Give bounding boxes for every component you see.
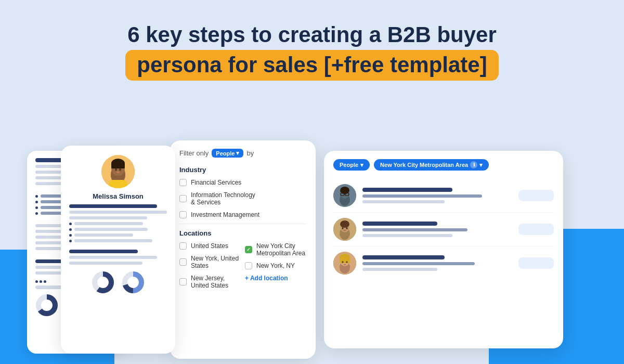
checkbox-it[interactable]	[179, 195, 187, 202]
label-ny-us: New York, United States	[191, 255, 241, 269]
checkbox-ny-us[interactable]	[179, 258, 187, 266]
skel-title	[362, 228, 467, 231]
connect-button-2[interactable]	[518, 224, 554, 235]
skel-title	[362, 194, 482, 198]
bullet-dot	[69, 228, 72, 231]
results-header: People ▾ New York City Metropolitan Area…	[333, 159, 554, 171]
result-lines-1	[362, 188, 512, 203]
result-lines-3	[362, 255, 512, 271]
avatar-1	[333, 184, 356, 207]
checkbox-nj-us[interactable]	[179, 278, 187, 285]
avatar-svg-1	[333, 184, 356, 207]
skel-line	[74, 233, 133, 237]
add-location-button[interactable]: + Add location	[245, 275, 306, 282]
avatar-svg-2	[333, 218, 356, 241]
skel-name	[362, 188, 452, 192]
checkbox-investment[interactable]	[179, 211, 187, 218]
profile-lines	[69, 204, 167, 265]
locations-section-title: Locations	[179, 229, 306, 237]
bullet	[35, 195, 38, 198]
title-line2: persona for sales [+free template]	[125, 50, 498, 80]
avatar-svg-3	[333, 252, 356, 275]
avatar-image	[101, 155, 135, 188]
skel-line	[74, 222, 143, 225]
filter-item-nyc-metro[interactable]: New York City Metropolitan Area	[245, 242, 306, 257]
svg-point-31	[346, 227, 348, 229]
label-us: United States	[191, 242, 228, 250]
cards-container: Melissa Simson	[0, 135, 624, 364]
filter-by-label: by	[246, 149, 254, 157]
skel-title	[362, 262, 475, 265]
filter-only-label: Filter only	[179, 149, 209, 157]
skel-company	[362, 268, 437, 271]
filter-item-it[interactable]: Information Technology& Services	[179, 191, 306, 206]
label-nj-us: New Jersey, United States	[191, 275, 241, 289]
bullet-row	[69, 233, 167, 237]
checkbox-financial[interactable]	[179, 179, 187, 186]
result-row-2	[333, 213, 554, 246]
industry-section-title: Industry	[179, 166, 306, 174]
label-investment: Investment Management	[191, 211, 259, 218]
label-ny-ny: New York, NY	[256, 262, 295, 269]
skel-name	[362, 255, 445, 259]
skel-line	[74, 228, 148, 231]
skel-line	[69, 250, 138, 253]
profile-chart-2	[122, 271, 145, 294]
profile-card: Melissa Simson	[61, 146, 175, 354]
badge-location[interactable]: New York City Metropolitan Area ℹ ▾	[374, 159, 489, 171]
svg-point-38	[342, 261, 344, 263]
title-section: 6 key steps to creating a B2B buyer pers…	[0, 0, 624, 81]
chart-donut-1	[35, 294, 58, 317]
bullet-row	[69, 239, 167, 242]
svg-rect-37	[340, 259, 350, 263]
filter-item-ny-ny[interactable]: New York, NY	[245, 262, 306, 269]
checkbox-nyc-metro[interactable]	[245, 246, 252, 253]
svg-point-32	[344, 230, 346, 231]
skel-line	[69, 204, 157, 208]
avatar	[101, 155, 135, 188]
svg-point-13	[116, 172, 120, 173]
avatar-3	[333, 252, 356, 275]
label-financial: Financial Services	[191, 179, 241, 186]
skel-line	[69, 262, 142, 265]
filter-header: Filter only People ▾ by	[179, 149, 306, 158]
bullet-row	[69, 228, 167, 231]
connect-button-1[interactable]	[518, 190, 554, 201]
result-row-1	[333, 179, 554, 213]
bullet-row	[69, 222, 167, 225]
filter-item-financial[interactable]: Financial Services	[179, 179, 306, 186]
skel-line	[69, 256, 157, 259]
divider	[179, 224, 306, 224]
svg-rect-10	[109, 180, 127, 188]
locations-col2: New York City Metropolitan Area New York…	[245, 242, 306, 294]
locations-col1: United States New York, United States Ne…	[179, 242, 241, 294]
bullet	[35, 206, 38, 209]
profile-chart-1	[92, 271, 114, 294]
bullet	[35, 201, 38, 203]
info-icon: ℹ	[470, 161, 477, 168]
bullet	[35, 212, 38, 215]
skel-line	[69, 216, 147, 219]
connect-button-3[interactable]	[518, 257, 554, 269]
badge-people[interactable]: People ▾	[333, 159, 370, 171]
filter-item-ny-us[interactable]: New York, United States	[179, 255, 241, 269]
filter-item-nj-us[interactable]: New Jersey, United States	[179, 275, 241, 289]
svg-point-30	[342, 227, 344, 229]
skel-company	[362, 200, 445, 203]
result-row-3	[333, 246, 554, 280]
skel-company	[362, 234, 452, 237]
label-nyc-metro: New York City Metropolitan Area	[256, 242, 306, 257]
filter-item-us[interactable]: United States	[179, 242, 241, 250]
svg-point-11	[115, 168, 117, 171]
checkbox-ny-ny[interactable]	[245, 262, 252, 269]
profile-name: Melissa Simson	[93, 192, 144, 200]
result-lines-2	[362, 222, 512, 237]
svg-point-12	[119, 168, 121, 171]
filter-item-investment[interactable]: Investment Management	[179, 211, 306, 218]
bullet-dot	[69, 240, 72, 242]
add-location-label: + Add location	[245, 275, 288, 282]
bullet-dot	[69, 223, 72, 225]
filter-people-badge[interactable]: People ▾	[212, 149, 243, 158]
locations-grid: United States New York, United States Ne…	[179, 242, 306, 294]
checkbox-us[interactable]	[179, 242, 187, 250]
